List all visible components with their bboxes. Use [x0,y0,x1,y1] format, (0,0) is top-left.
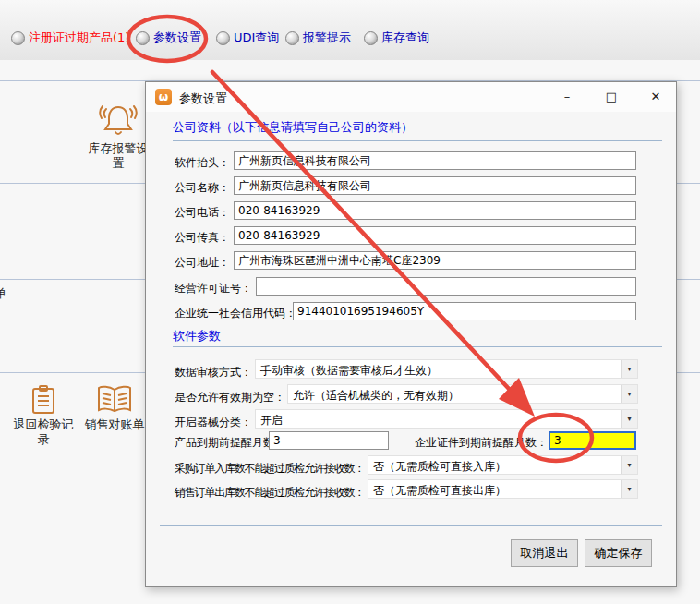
toolbar-item-parameter-settings[interactable]: 参数设置 [136,30,201,46]
param-row-allow-empty-expiry: 是否允许有效期为空： 允许（适合机械类的，无有效期） ▾ [146,384,676,405]
chevron-down-icon[interactable]: ▾ [621,385,637,403]
selected-value: 允许（适合机械类的，无有效期） [293,388,459,404]
shortcut-sales-statement[interactable]: 销售对账单 [82,385,147,432]
field-label: 企业统一社会信用代码： [175,306,296,321]
radio-icon [285,31,299,45]
company-address-input[interactable] [234,251,636,270]
section-heading-company: 公司资料（以下信息请填写自己公司的资料） [173,119,413,136]
footer-divider [160,525,662,526]
top-toolbar: 注册证过期产品(1) 参数设置 UDI查询 报警提示 库存查询 [0,0,700,61]
chevron-down-icon[interactable]: ▾ [621,360,637,378]
section-heading-params: 软件参数 [173,328,221,344]
radio-icon [136,31,150,45]
shortcut-label: 销售对账单 [85,417,145,431]
toolbar-item-label: 库存查询 [381,30,429,46]
toolbar-item-alarm-tips[interactable]: 报警提示 [285,30,351,46]
radio-icon [216,31,230,45]
software-header-input[interactable] [234,151,636,170]
company-name-input[interactable] [234,176,636,195]
field-label: 是否允许有效期为空： [175,390,285,405]
cert-reminder-months-input[interactable] [549,431,636,450]
toolbar-item-udi-query[interactable]: UDI查询 [216,30,279,46]
param-row-purchase-inbound-limit: 采购订单入库数不能超过质检允许接收数： 否（无需质检可直接入库） ▾ [146,455,676,477]
form-row-company-address: 公司地址： [146,251,676,272]
audit-mode-select[interactable]: 手动审核（数据需要审核后才生效） ▾ [255,359,638,379]
minimize-button[interactable]: – [550,85,584,109]
parameter-settings-dialog: ω 参数设置 – □ ✕ 公司资料（以下信息请填写自己公司的资料） 软件抬头： … [145,81,677,587]
company-fax-input[interactable] [234,226,636,245]
allow-empty-expiry-select[interactable]: 允许（适合机械类的，无有效期） ▾ [287,384,638,404]
app-window: 注册证过期产品(1) 参数设置 UDI查询 报警提示 库存查询 [0,0,700,604]
form-row-company-name: 公司名称： [146,176,676,198]
radio-icon [364,31,378,45]
field-label: 经营许可证号： [175,281,252,296]
form-row-credit-code: 企业统一社会信用代码： [146,302,676,323]
app-logo-icon: ω [155,89,172,105]
credit-code-input[interactable] [293,302,636,320]
form-row-company-phone: 公司电话： [146,201,676,223]
shortcut-label: 库存报警设置 [89,141,149,170]
section-divider [173,140,662,141]
product-reminder-months-input[interactable] [269,431,389,450]
purchase-inbound-limit-select[interactable]: 否（无需质检可直接入库） ▾ [368,455,638,475]
maximize-button[interactable]: □ [595,85,628,109]
shortcut-stock-alarm-settings[interactable]: 库存报警设置 [86,102,151,171]
shortcut-return-inspection-records[interactable]: 退回检验记录 [11,385,76,447]
field-label: 开启器械分类： [175,415,252,430]
close-button[interactable]: ✕ [639,85,672,109]
param-row-sales-outbound-limit: 销售订单出库数不能超过质检允许接收数： 否（无需质检可直接出库） ▾ [146,479,676,501]
clipboard-icon [30,385,56,415]
form-row-software-header: 软件抬头： [146,151,676,173]
field-label: 数据审核方式： [175,365,252,381]
dialog-title: 参数设置 [179,91,227,107]
selected-value: 开启 [260,413,283,429]
field-label: 产品到期前提醒月数: [175,435,278,451]
toolbar-item-stock-query[interactable]: 库存查询 [364,30,429,46]
toolbar-item-expired-registrations[interactable]: 注册证过期产品(1) [11,30,129,46]
field-label: 公司地址： [175,255,230,271]
field-label: 公司传真： [175,230,230,246]
field-label: 软件抬头： [175,155,230,171]
company-phone-input[interactable] [234,201,636,220]
shortcut-label: 退回检验记录 [14,417,74,446]
chevron-down-icon[interactable]: ▾ [621,480,637,498]
form-row-company-fax: 公司传真： [146,226,676,248]
field-label: 公司电话： [175,205,230,221]
param-row-audit-mode: 数据审核方式： 手动审核（数据需要审核后才生效） ▾ [146,359,676,381]
device-classification-select[interactable]: 开启 ▾ [255,409,638,429]
chevron-down-icon[interactable]: ▾ [621,410,637,428]
selected-value: 手动审核（数据需要审核后才生效） [260,363,438,379]
cancel-button[interactable]: 取消退出 [511,539,578,567]
sales-outbound-limit-select[interactable]: 否（无需质检可直接出库） ▾ [368,479,638,499]
toolbar-item-label: UDI查询 [234,30,279,46]
param-row-device-classification: 开启器械分类： 开启 ▾ [146,409,676,430]
clipped-text: 单 [0,285,6,302]
toolbar-item-label: 注册证过期产品(1) [29,30,129,46]
dialog-titlebar: ω 参数设置 – □ ✕ [146,82,676,112]
field-label: 销售订单出库数不能超过质检允许接收数： [175,485,364,501]
chevron-down-icon[interactable]: ▾ [621,456,637,474]
section-divider [173,346,662,347]
save-button[interactable]: 确定保存 [585,539,652,567]
param-row-reminder-months: 产品到期前提醒月数: 企业证件到期前提醒月数： [146,431,676,453]
book-icon [96,385,133,415]
toolbar-item-label: 报警提示 [303,30,351,46]
bell-icon [98,102,139,139]
form-row-license-number: 经营许可证号： [146,277,676,298]
field-label: 采购订单入库数不能超过质检允许接收数： [175,461,364,477]
field-label: 企业证件到期前提醒月数： [415,435,548,451]
license-number-input[interactable] [256,277,636,296]
field-label: 公司名称： [175,180,230,196]
radio-icon [11,31,25,45]
toolbar-item-label: 参数设置 [153,30,201,46]
selected-value: 否（无需质检可直接入库） [373,459,506,475]
selected-value: 否（无需质检可直接出库） [373,483,506,499]
